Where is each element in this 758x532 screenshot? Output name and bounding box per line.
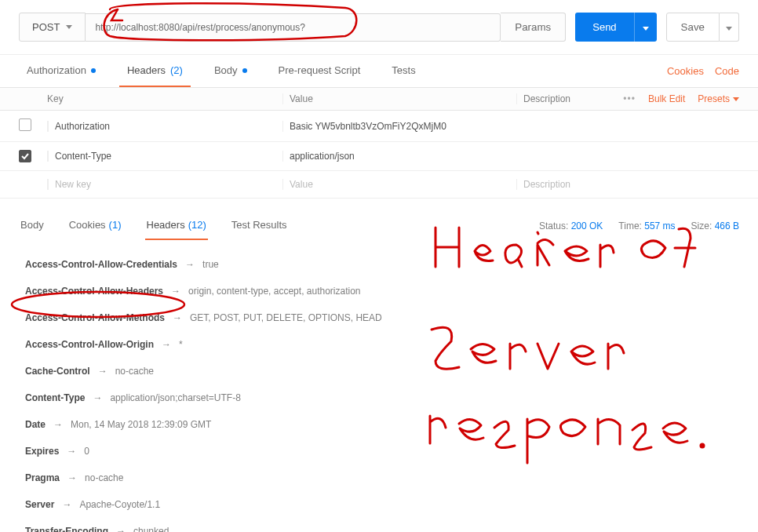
arrow-right-icon: →	[62, 499, 71, 510]
response-header-row: Access-Control-Allow-Methods→GET, POST, …	[25, 304, 733, 331]
arrow-right-icon: →	[93, 392, 102, 403]
response-header-key: Expires	[25, 446, 59, 457]
response-header-row: Pragma→no-cache	[25, 465, 733, 491]
response-header-row: Server→Apache-Coyote/1.1	[25, 491, 733, 518]
cell-value-new[interactable]: Value	[282, 179, 516, 190]
response-header-value: chunked	[133, 526, 169, 532]
response-header-key: Access-Control-Allow-Headers	[25, 286, 163, 297]
response-header-value: origin, content-type, accept, authorizat…	[188, 286, 360, 297]
response-header-key: Date	[25, 419, 46, 430]
dot-icon	[242, 68, 247, 73]
cell-key[interactable]: Content-Type	[47, 151, 282, 162]
bulk-edit-link[interactable]: Bulk Edit	[648, 93, 685, 104]
response-header-value: Mon, 14 May 2018 12:39:09 GMT	[71, 419, 211, 430]
col-header-desc: Description	[516, 93, 623, 104]
response-header-key: Transfer-Encoding	[25, 526, 108, 532]
arrow-right-icon: →	[98, 366, 108, 377]
cell-value[interactable]: Basic YW5vbnltb3VzOmFiY2QxMjM0	[282, 121, 516, 132]
response-header-value: Apache-Coyote/1.1	[79, 499, 160, 510]
tab-tests[interactable]: Tests	[384, 55, 423, 87]
status-label: Status: 200 OK	[539, 220, 603, 231]
table-row-new[interactable]: New key Value Description	[0, 171, 758, 199]
cell-value[interactable]: application/json	[282, 151, 516, 162]
response-header-key: Pragma	[25, 472, 60, 483]
arrow-right-icon: →	[53, 419, 63, 430]
params-button[interactable]: Params	[501, 13, 566, 42]
arrow-right-icon: →	[67, 472, 77, 483]
response-header-row: Date→Mon, 14 May 2018 12:39:09 GMT	[25, 411, 733, 438]
send-dropdown-button[interactable]	[634, 13, 657, 42]
send-button[interactable]: Send	[575, 13, 633, 42]
response-header-value: true	[202, 259, 219, 270]
response-headers-list: Access-Control-Allow-Credentials→trueAcc…	[0, 240, 758, 532]
size-label: Size: 466 B	[691, 220, 739, 231]
response-header-key: Access-Control-Allow-Origin	[25, 339, 154, 350]
response-header-key: Cache-Control	[25, 366, 90, 377]
tab-body[interactable]: Body	[206, 55, 255, 87]
col-header-value: Value	[282, 93, 516, 104]
checkbox[interactable]	[19, 118, 31, 131]
response-header-value: 0	[84, 446, 89, 457]
response-header-row: Expires→0	[25, 438, 733, 465]
arrow-right-icon: →	[162, 339, 171, 350]
response-header-key: Content-Type	[25, 392, 85, 403]
code-link[interactable]: Code	[715, 65, 739, 77]
url-input[interactable]	[86, 13, 501, 42]
cookies-link[interactable]: Cookies	[667, 65, 704, 77]
resp-tab-tests[interactable]: Test Results	[230, 211, 289, 240]
response-header-row: Access-Control-Allow-Credentials→true	[25, 251, 733, 278]
tab-prerequest[interactable]: Pre-request Script	[271, 55, 369, 87]
http-method-select[interactable]: POST	[19, 13, 86, 42]
cell-desc-new[interactable]: Description	[516, 179, 739, 190]
response-header-row: Content-Type→application/json;charset=UT…	[25, 384, 733, 411]
tab-authorization[interactable]: Authorization	[19, 55, 104, 87]
cell-key[interactable]: Authorization	[47, 121, 282, 132]
time-label: Time: 557 ms	[618, 220, 675, 231]
resp-tab-cookies[interactable]: Cookies (1)	[67, 211, 123, 240]
col-header-key: Key	[47, 93, 282, 104]
response-header-key: Access-Control-Allow-Credentials	[25, 259, 177, 270]
chevron-down-icon	[643, 27, 649, 31]
arrow-right-icon: →	[67, 446, 76, 457]
response-header-value: GET, POST, PUT, DELETE, OPTIONS, HEAD	[190, 312, 382, 323]
response-header-row: Transfer-Encoding→chunked	[25, 518, 733, 532]
table-row[interactable]: Authorization Basic YW5vbnltb3VzOmFiY2Qx…	[0, 111, 758, 142]
response-header-row: Access-Control-Allow-Headers→origin, con…	[25, 278, 733, 304]
triangle-down-icon	[733, 97, 739, 101]
response-header-value: *	[179, 339, 183, 350]
save-dropdown-button[interactable]	[720, 13, 739, 42]
response-header-key: Server	[25, 499, 54, 510]
arrow-right-icon: →	[185, 259, 195, 270]
http-method-label: POST	[32, 21, 60, 33]
tab-headers[interactable]: Headers (2)	[119, 55, 191, 87]
response-header-value: application/json;charset=UTF-8	[110, 392, 240, 403]
response-header-value: no-cache	[115, 366, 154, 377]
dot-icon	[91, 68, 96, 73]
checkbox[interactable]	[19, 150, 31, 162]
arrow-right-icon: →	[116, 526, 126, 532]
table-row[interactable]: Content-Type application/json	[0, 142, 758, 171]
resp-tab-headers[interactable]: Headers (12)	[145, 211, 208, 240]
chevron-down-icon	[726, 27, 732, 31]
response-header-value: no-cache	[85, 472, 123, 483]
resp-tab-body[interactable]: Body	[19, 211, 46, 240]
arrow-right-icon: →	[173, 312, 182, 323]
chevron-down-icon	[66, 25, 72, 29]
response-header-row: Access-Control-Allow-Origin→*	[25, 331, 733, 358]
presets-dropdown[interactable]: Presets	[698, 93, 739, 104]
save-button[interactable]: Save	[666, 13, 720, 42]
cell-key-new[interactable]: New key	[47, 179, 282, 190]
more-options-icon[interactable]: •••	[623, 93, 636, 104]
arrow-right-icon: →	[171, 286, 180, 297]
response-header-key: Access-Control-Allow-Methods	[25, 312, 165, 323]
response-header-row: Cache-Control→no-cache	[25, 358, 733, 384]
